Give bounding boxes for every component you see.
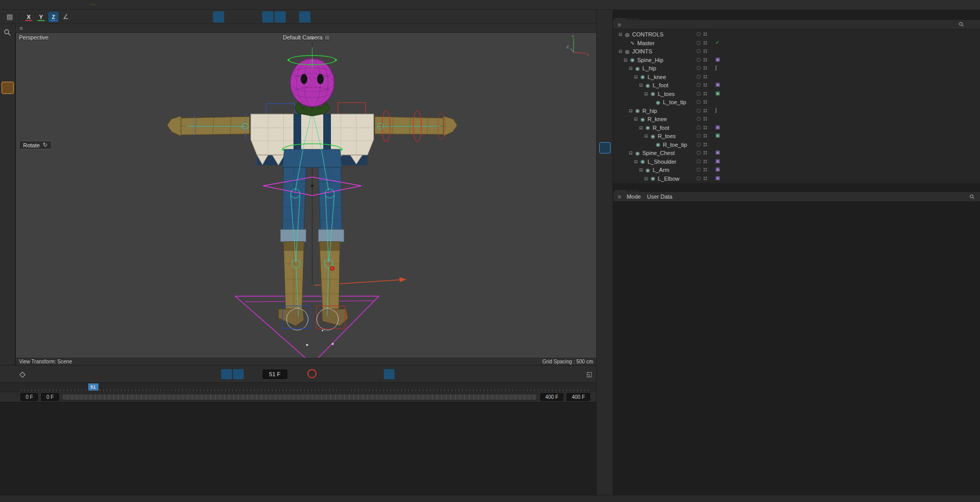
menu-item[interactable] bbox=[125, 4, 132, 5]
visibility-dots[interactable] bbox=[703, 117, 708, 121]
keyframe-mode-button[interactable] bbox=[233, 369, 244, 379]
visibility-dots[interactable] bbox=[703, 41, 708, 45]
visibility-dots[interactable] bbox=[703, 168, 708, 172]
cache-icon[interactable] bbox=[176, 11, 187, 23]
attributes-menu-icon[interactable]: ≡ bbox=[615, 194, 623, 200]
layer-swatch[interactable] bbox=[697, 134, 700, 138]
key-parameter-button[interactable] bbox=[372, 369, 383, 379]
layer-swatch[interactable] bbox=[697, 58, 700, 62]
preview-end-field[interactable]: 400 F bbox=[540, 393, 564, 401]
tree-expand-icon[interactable]: ⊟ bbox=[628, 150, 634, 156]
tree-expand-icon[interactable]: ⊟ bbox=[643, 133, 649, 139]
layer-swatch[interactable] bbox=[697, 160, 700, 163]
object-label[interactable]: JOINTS bbox=[631, 48, 652, 54]
spline-dynamics-icon[interactable] bbox=[336, 11, 347, 23]
mirror-box-icon[interactable] bbox=[361, 11, 372, 23]
object-label[interactable]: L_hip bbox=[641, 65, 656, 71]
goto-start-button[interactable] bbox=[134, 369, 145, 379]
mode-value[interactable]: User Data bbox=[644, 194, 676, 200]
frame-icon[interactable] bbox=[599, 42, 611, 53]
cube-icon[interactable] bbox=[599, 56, 611, 67]
tree-row[interactable]: ⊟ ◉ Spine_Hip ▣ bbox=[613, 56, 980, 65]
cloth-icon[interactable] bbox=[275, 11, 286, 23]
tag-icon[interactable]: ▣ bbox=[715, 158, 720, 164]
timeline-marker[interactable]: 51 bbox=[88, 383, 99, 391]
objects-menu-icon[interactable]: ≡ bbox=[615, 22, 623, 28]
menu-item[interactable] bbox=[10, 4, 17, 5]
autokey-button[interactable] bbox=[307, 369, 317, 378]
tag-icon[interactable]: ✓ bbox=[715, 40, 719, 45]
text-icon[interactable] bbox=[599, 70, 611, 82]
menu-item[interactable] bbox=[82, 4, 89, 5]
layer-swatch[interactable] bbox=[697, 75, 700, 79]
menu-item[interactable] bbox=[118, 4, 125, 5]
next-key-button[interactable] bbox=[191, 369, 202, 379]
menu-item[interactable] bbox=[17, 4, 25, 5]
mirror-tool[interactable] bbox=[2, 109, 14, 122]
select-tool[interactable] bbox=[2, 40, 14, 52]
menu-item[interactable] bbox=[104, 4, 111, 5]
range-start-field[interactable]: 0 F bbox=[21, 393, 38, 401]
viewport-menu-icon[interactable]: ≡ bbox=[17, 25, 25, 31]
tag-icon[interactable]: ▣ bbox=[715, 166, 720, 172]
visibility-dots[interactable] bbox=[703, 83, 708, 87]
visibility-dots[interactable] bbox=[703, 66, 708, 70]
live-selection-tool[interactable] bbox=[2, 54, 14, 66]
goto-end-button[interactable] bbox=[202, 369, 213, 379]
interactive-render-icon[interactable] bbox=[579, 11, 590, 23]
scene-canvas[interactable] bbox=[16, 33, 596, 365]
object-label[interactable]: L_knee bbox=[646, 74, 666, 80]
search-icon[interactable] bbox=[958, 22, 964, 27]
layer-swatch[interactable] bbox=[697, 177, 700, 180]
menu-item[interactable] bbox=[25, 4, 32, 5]
render-picture-viewer-icon[interactable] bbox=[553, 11, 564, 23]
menu-item[interactable] bbox=[3, 4, 10, 5]
capsule-icon[interactable] bbox=[188, 11, 200, 23]
object-label[interactable]: R_foot bbox=[652, 125, 669, 131]
tree-expand-icon[interactable]: ⊟ bbox=[633, 74, 639, 80]
snap-grid-icon[interactable] bbox=[299, 11, 310, 23]
visibility-dots[interactable] bbox=[703, 75, 708, 79]
layer-swatch[interactable] bbox=[697, 83, 700, 87]
dynamics-icon[interactable] bbox=[599, 113, 611, 125]
zoom-tool[interactable] bbox=[2, 26, 14, 38]
tag-icon[interactable]: ▣ bbox=[715, 56, 720, 62]
tree-expand-icon[interactable]: ⊟ bbox=[617, 49, 623, 54]
tree-expand-icon[interactable]: ⊟ bbox=[638, 83, 644, 88]
layer-swatch[interactable] bbox=[697, 151, 700, 155]
tree-row[interactable]: ⊟ ◉ L_foot ▣ bbox=[613, 81, 980, 90]
tree-expand-icon[interactable]: ⊟ bbox=[617, 32, 623, 37]
visibility-dots[interactable] bbox=[703, 109, 708, 113]
axis-lock-button[interactable]: Z bbox=[48, 12, 58, 22]
tree-expand-icon[interactable]: ⊟ bbox=[638, 167, 644, 172]
object-label[interactable]: L_toes bbox=[657, 91, 675, 97]
camera-move-icon[interactable]: ⊞ bbox=[325, 35, 329, 41]
layer-swatch[interactable] bbox=[697, 168, 700, 171]
object-label[interactable]: L_toe_tip bbox=[662, 99, 686, 105]
visibility-dots[interactable] bbox=[703, 58, 708, 62]
visibility-dots[interactable] bbox=[703, 151, 708, 155]
tag-icon[interactable]: ▣ bbox=[715, 175, 720, 181]
object-label[interactable]: Spine_Hip bbox=[636, 57, 663, 63]
head-halo-control[interactable] bbox=[288, 47, 337, 69]
visibility-dots[interactable] bbox=[703, 177, 708, 181]
key-pla-button[interactable] bbox=[384, 369, 395, 379]
cloth-belt-icon[interactable] bbox=[262, 11, 273, 23]
tree-row[interactable]: ⊟ ◉ L_toes ▣ bbox=[613, 90, 980, 99]
menu-item[interactable] bbox=[68, 4, 75, 5]
preview-start-field[interactable]: 0 F bbox=[41, 393, 58, 401]
flip-box-icon[interactable] bbox=[373, 11, 384, 23]
visibility-dots[interactable] bbox=[703, 143, 708, 147]
keyframe-presets-button[interactable] bbox=[403, 369, 414, 379]
layer-swatch[interactable] bbox=[697, 92, 700, 95]
tree-row[interactable]: ⊟ ◎ CONTROLS bbox=[613, 30, 980, 39]
menu-item[interactable] bbox=[96, 4, 104, 5]
disabled-tool2-icon[interactable] bbox=[324, 11, 335, 23]
menu-item[interactable] bbox=[89, 4, 96, 5]
tree-row[interactable]: ⊟ ◉ Spine_Chest ▣ bbox=[613, 149, 980, 158]
tree-row[interactable]: ⊟ ◉ L_Shoulder ▣ bbox=[613, 158, 980, 166]
tree-expand-icon[interactable]: ⊟ bbox=[628, 108, 634, 113]
tree-row[interactable]: ⊟ ◉ R_toes ▣ bbox=[613, 132, 980, 141]
layer-swatch[interactable] bbox=[697, 117, 700, 121]
object-label[interactable]: R_toes bbox=[657, 133, 676, 139]
